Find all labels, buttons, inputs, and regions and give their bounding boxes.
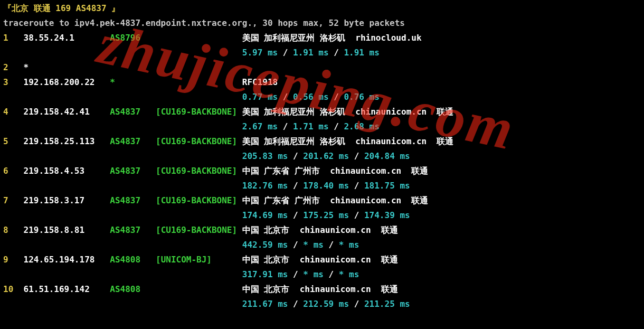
- hop-line: 9 124.65.194.178 AS4808 [UNICOM-BJ] 中国 北…: [3, 252, 641, 267]
- hop-location: 美国 加利福尼亚州 洛杉矶: [242, 136, 345, 146]
- rtt-value: * ms: [339, 240, 359, 250]
- traceroute-command: traceroute to ipv4.pek-4837.endpoint.nxt…: [3, 16, 641, 31]
- hop-hostname: chinaunicom.cn: [355, 107, 427, 117]
- hop-rtt-line: 5.97 ms / 1.91 ms / 1.91 ms: [3, 45, 641, 60]
- hop-hostname: chinaunicom.cn: [355, 136, 427, 146]
- hop-location: RFC1918: [242, 77, 278, 87]
- rtt-value: 211.67 ms: [242, 299, 288, 309]
- hop-tag: [CU169-BACKBONE]: [156, 136, 242, 146]
- hop-number: 8: [3, 225, 24, 235]
- hop-location: 中国 北京市: [242, 255, 290, 265]
- hop-location: 中国 北京市: [242, 284, 290, 294]
- hop-ip: 38.55.24.1: [24, 33, 110, 43]
- hop-hostname: chinaunicom.cn: [330, 195, 401, 205]
- rtt-value: 5.97 ms: [242, 48, 278, 58]
- rtt-value: 212.59 ms: [303, 299, 349, 309]
- hop-list: 1 38.55.24.1 AS8796 美国 加利福尼亚州 洛杉矶 rhinoc…: [3, 31, 641, 312]
- rtt-value: 0.76 ms: [344, 92, 379, 102]
- rtt-value: 178.40 ms: [303, 181, 349, 191]
- hop-rtt-line: 174.69 ms / 175.25 ms / 174.39 ms: [3, 208, 641, 223]
- hop-ip: *: [24, 62, 110, 72]
- hop-asn: AS4808: [110, 255, 156, 265]
- hop-line: 1 38.55.24.1 AS8796 美国 加利福尼亚州 洛杉矶 rhinoc…: [3, 31, 641, 45]
- rtt-value: 1.91 ms: [293, 48, 328, 58]
- hop-ip: 219.158.3.17: [24, 195, 110, 205]
- hop-location: 美国 加利福尼亚州 洛杉矶: [242, 33, 345, 43]
- rtt-value: 1.71 ms: [293, 121, 328, 131]
- hop-rtt-line: 205.83 ms / 201.62 ms / 204.84 ms: [3, 149, 641, 164]
- hop-carrier: 联通: [381, 284, 398, 294]
- hop-hostname: chinaunicom.cn: [300, 255, 371, 265]
- hop-asn: AS4808: [110, 284, 156, 294]
- route-header: 『北京 联通 169 AS4837 』: [3, 1, 641, 16]
- hop-asn: AS4837: [110, 107, 156, 117]
- hop-number: 9: [3, 255, 24, 265]
- hop-number: 10: [3, 284, 24, 294]
- hop-hostname: chinaunicom.cn: [300, 225, 371, 235]
- hop-tag: [CU169-BACKBONE]: [156, 225, 242, 235]
- hop-number: 2: [3, 62, 24, 72]
- hop-ip: 219.158.4.53: [24, 166, 110, 176]
- rtt-value: * ms: [303, 269, 324, 279]
- hop-ip: 219.158.8.81: [24, 225, 110, 235]
- rtt-value: 1.91 ms: [344, 48, 379, 58]
- hop-carrier: 联通: [381, 255, 398, 265]
- rtt-value: 0.56 ms: [293, 92, 328, 102]
- hop-asn: AS4837: [110, 166, 156, 176]
- rtt-value: 174.69 ms: [242, 210, 288, 220]
- hop-asn: AS8796: [110, 33, 156, 43]
- hop-asn: AS4837: [110, 225, 156, 235]
- hop-location: 中国 北京市: [242, 225, 290, 235]
- rtt-value: 317.91 ms: [242, 269, 288, 279]
- rtt-value: 211.25 ms: [364, 299, 410, 309]
- hop-carrier: 联通: [381, 225, 398, 235]
- hop-hostname: chinaunicom.cn: [330, 166, 401, 176]
- hop-ip: 219.158.42.41: [24, 107, 110, 117]
- hop-number: 4: [3, 107, 24, 117]
- hop-tag: [CU169-BACKBONE]: [156, 107, 242, 117]
- hop-line: 5 219.158.25.113 AS4837 [CU169-BACKBONE]…: [3, 134, 641, 149]
- hop-ip: 61.51.169.142: [24, 284, 110, 294]
- hop-carrier: 联通: [437, 136, 453, 146]
- hop-line: 10 61.51.169.142 AS4808 中国 北京市 chinaunic…: [3, 282, 641, 297]
- hop-line: 2 *: [3, 60, 641, 75]
- hop-asn: AS4837: [110, 136, 156, 146]
- hop-tag: [CU169-BACKBONE]: [156, 166, 242, 176]
- hop-location: 中国 广东省 广州市: [242, 195, 320, 205]
- hop-number: 6: [3, 166, 24, 176]
- hop-line: 8 219.158.8.81 AS4837 [CU169-BACKBONE] 中…: [3, 223, 641, 238]
- rtt-value: 2.67 ms: [242, 121, 278, 131]
- hop-line: 7 219.158.3.17 AS4837 [CU169-BACKBONE] 中…: [3, 193, 641, 208]
- rtt-value: 182.76 ms: [242, 181, 288, 191]
- hop-ip: 192.168.200.22: [24, 77, 110, 87]
- hop-hostname: rhinocloud.uk: [355, 33, 421, 43]
- hop-carrier: 联通: [437, 107, 453, 117]
- hop-carrier: 联通: [411, 166, 428, 176]
- rtt-value: * ms: [303, 240, 324, 250]
- rtt-value: 174.39 ms: [364, 210, 410, 220]
- hop-tag: [CU169-BACKBONE]: [156, 195, 242, 205]
- rtt-value: 442.59 ms: [242, 240, 288, 250]
- hop-asn: *: [110, 77, 156, 87]
- hop-location: 中国 广东省 广州市: [242, 166, 320, 176]
- rtt-value: 181.75 ms: [364, 181, 410, 191]
- hop-rtt-line: 182.76 ms / 178.40 ms / 181.75 ms: [3, 178, 641, 193]
- rtt-value: * ms: [339, 269, 359, 279]
- hop-rtt-line: 2.67 ms / 1.71 ms / 2.68 ms: [3, 119, 641, 134]
- hop-rtt-line: 442.59 ms / * ms / * ms: [3, 238, 641, 252]
- hop-line: 6 219.158.4.53 AS4837 [CU169-BACKBONE] 中…: [3, 164, 641, 178]
- rtt-value: 175.25 ms: [303, 210, 349, 220]
- hop-hostname: chinaunicom.cn: [300, 284, 371, 294]
- hop-number: 1: [3, 33, 24, 43]
- hop-location: 美国 加利福尼亚州 洛杉矶: [242, 107, 345, 117]
- rtt-value: 205.83 ms: [242, 151, 288, 161]
- hop-rtt-line: 0.77 ms / 0.56 ms / 0.76 ms: [3, 90, 641, 105]
- rtt-value: 201.62 ms: [303, 151, 349, 161]
- rtt-value: 2.68 ms: [344, 121, 379, 131]
- hop-ip: 219.158.25.113: [24, 136, 110, 146]
- hop-line: 3 192.168.200.22 * RFC1918: [3, 75, 641, 90]
- hop-rtt-line: 211.67 ms / 212.59 ms / 211.25 ms: [3, 297, 641, 312]
- hop-number: 5: [3, 136, 24, 146]
- hop-line: 4 219.158.42.41 AS4837 [CU169-BACKBONE] …: [3, 105, 641, 119]
- hop-asn: AS4837: [110, 195, 156, 205]
